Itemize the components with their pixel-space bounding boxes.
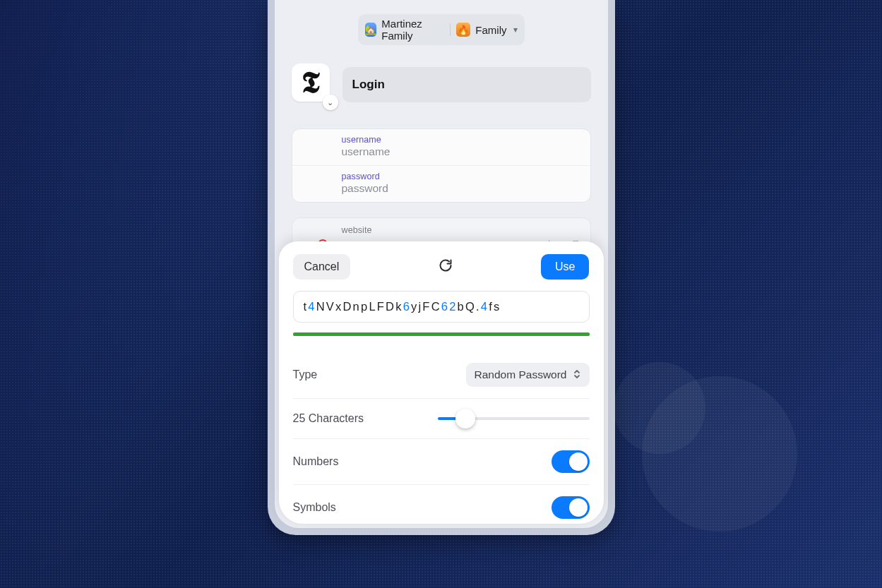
numbers-toggle[interactable] xyxy=(552,450,590,473)
website-label: website xyxy=(342,225,579,235)
vault-primary[interactable]: 🏡 Martinez Family xyxy=(365,18,445,42)
password-generator-sheet: Cancel Use t4NVxDnpLFDk6yjFC62bQ.4fs Typ… xyxy=(279,241,604,524)
vault-separator xyxy=(450,23,451,36)
password-field[interactable]: password password xyxy=(292,166,590,202)
vault-secondary-icon: 🔥 xyxy=(456,23,470,37)
numbers-row: Numbers xyxy=(293,439,590,485)
type-select[interactable]: Random Password xyxy=(466,363,590,387)
vault-primary-icon: 🏡 xyxy=(365,23,377,37)
chevron-down-icon[interactable]: ⌄ xyxy=(323,95,338,110)
username-placeholder: username xyxy=(342,145,579,158)
numbers-label: Numbers xyxy=(293,455,339,468)
vault-primary-label: Martinez Family xyxy=(381,18,444,42)
type-label: Type xyxy=(293,368,318,381)
type-value: Random Password xyxy=(475,368,567,381)
credentials-card: username username password password xyxy=(292,128,591,203)
regenerate-button[interactable] xyxy=(439,258,453,275)
vault-secondary[interactable]: 🔥 Family ▾ xyxy=(456,23,517,37)
use-button[interactable]: Use xyxy=(541,254,589,280)
vault-selector[interactable]: 🏡 Martinez Family 🔥 Family ▾ xyxy=(358,14,525,45)
length-slider[interactable] xyxy=(438,410,590,427)
symbols-row: Symbols xyxy=(293,485,590,530)
username-field[interactable]: username username xyxy=(292,129,590,166)
refresh-icon xyxy=(439,258,453,272)
strength-meter xyxy=(293,332,590,336)
site-icon: 𝕿 xyxy=(292,64,330,102)
length-label: 25 Characters xyxy=(293,412,364,425)
item-title-field[interactable]: Login xyxy=(342,67,591,102)
type-row: Type Random Password xyxy=(293,352,590,399)
generated-password[interactable]: t4NVxDnpLFDk6yjFC62bQ.4fs xyxy=(293,291,590,323)
length-row: 25 Characters xyxy=(293,399,590,439)
password-placeholder: password xyxy=(342,182,579,195)
slider-thumb[interactable] xyxy=(455,409,475,428)
item-icon-picker[interactable]: 𝕿 ⌄ xyxy=(292,64,334,106)
phone-frame: 🏡 Martinez Family 🔥 Family ▾ 𝕿 ⌄ Login u… xyxy=(268,0,615,535)
symbols-toggle[interactable] xyxy=(552,496,590,519)
chevron-down-icon: ▾ xyxy=(513,25,518,35)
app-background: 🏡 Martinez Family 🔥 Family ▾ 𝕿 ⌄ Login u… xyxy=(275,0,608,528)
symbols-label: Symbols xyxy=(293,501,336,514)
vault-secondary-label: Family xyxy=(475,24,506,36)
cancel-button[interactable]: Cancel xyxy=(293,254,351,280)
up-down-icon xyxy=(573,369,581,380)
item-title: Login xyxy=(352,78,385,92)
username-label: username xyxy=(342,135,579,145)
password-label: password xyxy=(342,172,579,181)
